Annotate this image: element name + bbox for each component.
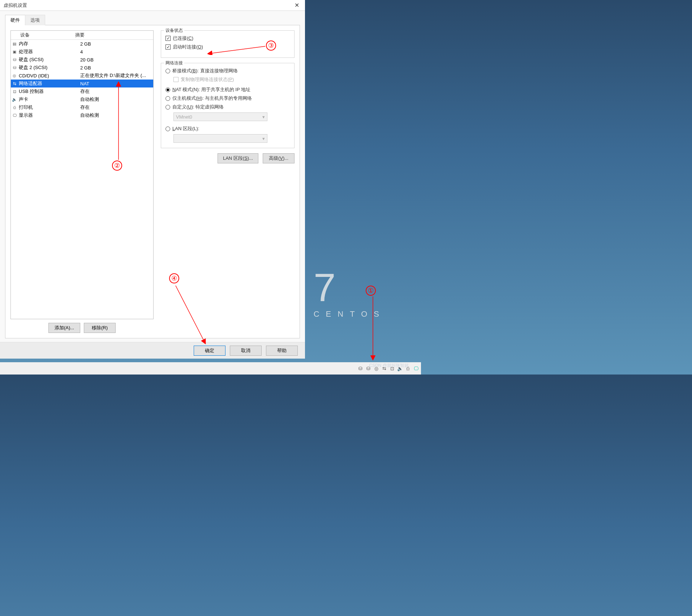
device-icon: ◎	[11, 73, 18, 78]
hostonly-radio[interactable]	[166, 96, 170, 101]
device-row[interactable]: ⎙打印机存在	[11, 103, 153, 111]
device-row[interactable]: ⛁硬盘 (SCSI)20 GB	[11, 56, 153, 64]
device-icon: ⊡	[11, 89, 18, 94]
device-icon: ⛁	[11, 57, 18, 62]
device-row[interactable]: ⛁硬盘 2 (SCSI)2 GB	[11, 64, 153, 72]
device-summary: 存在	[79, 104, 153, 111]
hostonly-label: 仅主机模式(H): 与主机共享的专用网络	[172, 95, 252, 102]
device-name: USB 控制器	[18, 88, 79, 95]
col-summary: 摘要	[72, 31, 153, 39]
connect-at-poweron-checkbox[interactable]	[166, 44, 171, 50]
add-device-button[interactable]: 添加(A)...	[48, 323, 80, 333]
nat-label: NAT 模式(N): 用于共享主机的 IP 地址	[172, 86, 250, 93]
device-icon: ⇆	[11, 81, 18, 86]
device-status-group: 设备状态 已连接(C) 启动时连接(O)	[161, 30, 295, 58]
device-name: 声卡	[18, 96, 79, 103]
tab-hardware[interactable]: 硬件	[5, 15, 25, 25]
device-icon: ⛁	[11, 65, 18, 70]
dialog-title: 虚拟机设置	[4, 2, 27, 9]
centos-logo: 7 CENTOS	[314, 268, 386, 319]
device-name: 硬盘 2 (SCSI)	[18, 64, 79, 71]
vmnet-select: VMnet0▾	[173, 112, 267, 121]
lan-segment-label: LAN 区段(L):	[172, 125, 199, 132]
device-name: 网络适配器	[18, 80, 79, 87]
lan-segments-button[interactable]: LAN 区段(S)...	[218, 153, 258, 163]
vm-settings-dialog: 虚拟机设置 ✕ 硬件 选项 设备 摘要 ▤内存2 GB▣处理器4⛁硬盘 (SCS…	[0, 0, 305, 359]
nat-radio[interactable]	[166, 87, 170, 92]
ok-button[interactable]: 确定	[194, 346, 225, 356]
dialog-footer: 确定 取消 帮助	[0, 342, 305, 359]
device-row[interactable]: ⊡USB 控制器存在	[11, 87, 153, 95]
col-device: 设备	[11, 31, 72, 39]
device-summary: 20 GB	[79, 57, 153, 63]
display-icon[interactable]: 🖵	[413, 365, 419, 371]
close-button[interactable]: ✕	[289, 0, 305, 11]
chevron-down-icon: ▾	[262, 136, 265, 141]
device-row[interactable]: ▤内存2 GB	[11, 40, 153, 48]
device-name: 内存	[18, 40, 79, 47]
device-row[interactable]: ◎CD/DVD (IDE)正在使用文件 D:\新建文件夹 (...	[11, 72, 153, 80]
bridged-label: 桥接模式(B): 直接连接物理网络	[172, 68, 238, 74]
device-summary: 4	[79, 49, 153, 55]
connect-at-poweron-label: 启动时连接(O)	[173, 44, 203, 50]
device-summary: 正在使用文件 D:\新建文件夹 (...	[79, 72, 153, 79]
device-icon: 🖵	[11, 113, 18, 117]
device-summary: 自动检测	[79, 112, 153, 119]
tab-options[interactable]: 选项	[25, 15, 45, 25]
annotation-1-arrow	[369, 296, 377, 362]
device-icon: ▤	[11, 42, 18, 46]
network-connection-group: 网络连接 桥接模式(B): 直接连接物理网络 复制物理网络连接状态(P) NAT…	[161, 63, 295, 148]
cancel-button[interactable]: 取消	[230, 346, 262, 356]
annotation-1: ①	[366, 286, 376, 296]
device-name: 处理器	[18, 48, 79, 55]
device-summary: NAT	[79, 81, 153, 87]
device-name: 打印机	[18, 104, 79, 111]
bridged-radio[interactable]	[166, 69, 170, 73]
close-icon: ✕	[295, 2, 299, 9]
replicate-checkbox	[173, 77, 179, 82]
advanced-button[interactable]: 高级(V)...	[263, 153, 295, 163]
device-name: 硬盘 (SCSI)	[18, 56, 79, 63]
device-row[interactable]: ⇆网络适配器NAT	[11, 80, 153, 87]
remove-device-button[interactable]: 移除(R)	[84, 323, 116, 333]
device-summary: 存在	[79, 88, 153, 95]
device-icon: ▣	[11, 50, 18, 54]
replicate-label: 复制物理网络连接状态(P)	[181, 76, 234, 83]
device-icon: 🔈	[11, 97, 18, 102]
device-row[interactable]: 🔈声卡自动检测	[11, 95, 153, 103]
dialog-titlebar[interactable]: 虚拟机设置 ✕	[0, 0, 305, 11]
device-list[interactable]: 设备 摘要 ▤内存2 GB▣处理器4⛁硬盘 (SCSI)20 GB⛁硬盘 2 (…	[10, 30, 154, 319]
device-row[interactable]: 🖵显示器自动检测	[11, 111, 153, 119]
custom-radio[interactable]	[166, 105, 170, 110]
lan-segment-select: ▾	[173, 134, 267, 143]
device-row[interactable]: ▣处理器4	[11, 48, 153, 56]
lan-segment-radio[interactable]	[166, 127, 170, 131]
tab-strip: 硬件 选项	[5, 14, 300, 25]
taskbar[interactable]: ⛁ ⛁ ◎ ⇆ ⊡ 🔈 ⎙ 🖵	[0, 362, 421, 375]
connected-checkbox[interactable]	[166, 36, 171, 41]
device-icon: ⎙	[11, 105, 18, 110]
custom-label: 自定义(U): 特定虚拟网络	[172, 104, 224, 110]
device-list-header: 设备 摘要	[11, 31, 153, 40]
device-summary: 2 GB	[79, 41, 153, 47]
device-name: 显示器	[18, 112, 79, 119]
device-name: CD/DVD (IDE)	[18, 73, 79, 79]
disk-icon[interactable]: ⛁	[357, 365, 363, 371]
device-summary: 2 GB	[79, 65, 153, 71]
connected-label: 已连接(C)	[173, 35, 193, 42]
watermark-text: CSDN @就叫张智超	[369, 363, 409, 369]
help-button[interactable]: 帮助	[266, 346, 298, 356]
chevron-down-icon: ▾	[262, 114, 265, 120]
device-summary: 自动检测	[79, 96, 153, 103]
